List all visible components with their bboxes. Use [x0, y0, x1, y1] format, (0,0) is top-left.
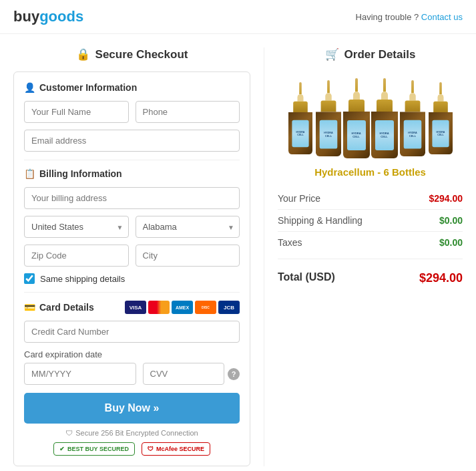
secured-badge: ✔ BEST BUY SECURED	[53, 442, 135, 456]
price-value: $294.00	[429, 193, 463, 204]
cart-icon: 🛒	[325, 47, 339, 61]
lock-icon: 🔒	[76, 47, 90, 61]
shipping-value: $0.00	[439, 215, 463, 226]
country-state-row: United States ▼ Alabama ▼	[24, 216, 240, 238]
billing-icon: 📋	[24, 168, 35, 179]
header-right: Having trouble ? Contact us	[356, 12, 463, 22]
trouble-text: Having trouble ?	[356, 12, 419, 22]
price-line: Your Price $294.00	[278, 188, 463, 210]
name-phone-row	[24, 101, 240, 123]
form-card: 👤 Customer Information 📋 Billing Informa…	[13, 71, 250, 466]
logo-goods: goods	[39, 8, 83, 25]
order-title: 🛒 Order Details	[278, 47, 463, 61]
state-wrapper: Alabama ▼	[136, 216, 240, 238]
card-section-title: 💳 Card Details	[24, 302, 94, 313]
taxes-value: $0.00	[439, 237, 463, 248]
same-shipping-label[interactable]: Same shipping details	[40, 274, 125, 284]
taxes-label: Taxes	[278, 237, 302, 248]
expiry-cvv-row: ?	[24, 363, 240, 385]
main-layout: 🔒 Secure Checkout 👤 Customer Information…	[0, 34, 476, 471]
city-input[interactable]	[136, 245, 240, 267]
left-panel: 🔒 Secure Checkout 👤 Customer Information…	[13, 47, 250, 466]
taxes-line: Taxes $0.00	[278, 232, 463, 253]
cvv-help-icon[interactable]: ?	[228, 368, 240, 380]
zip-city-row	[24, 245, 240, 267]
jcb-icon: JCB	[218, 301, 240, 314]
shield-icon: 🛡	[65, 429, 73, 437]
same-shipping-row: Same shipping details	[24, 273, 240, 284]
expiry-section: Card expiration date ?	[24, 349, 240, 385]
card-number-input[interactable]	[24, 321, 240, 343]
full-name-input[interactable]	[24, 101, 129, 123]
total-line: Total (USD) $294.00	[278, 265, 463, 292]
shipping-label: Shipping & Handling	[278, 215, 363, 226]
mastercard-icon	[148, 301, 170, 314]
secured-badge-icon: ✔	[59, 446, 65, 452]
visa-icon: VISA	[125, 301, 146, 314]
bottle-2: HYDRACELL	[316, 80, 341, 156]
address-row	[24, 187, 240, 209]
product-name: Hydracellum - 6 Bottles	[278, 166, 463, 178]
country-wrapper: United States ▼	[24, 216, 129, 238]
mcafee-badge: 🛡 McAfee SECURE	[142, 442, 210, 456]
person-icon: 👤	[24, 82, 35, 93]
same-shipping-checkbox[interactable]	[24, 273, 35, 284]
card-section-header: 💳 Card Details VISA AMEX DISC JCB	[24, 301, 240, 314]
card-icon: 💳	[24, 302, 35, 313]
cvv-wrapper: ?	[143, 363, 240, 385]
billing-section-title: 📋 Billing Information	[24, 168, 240, 179]
checkout-title: 🔒 Secure Checkout	[13, 47, 250, 61]
order-lines: Your Price $294.00 Shipping & Handling $…	[278, 188, 463, 253]
email-input[interactable]	[24, 130, 240, 152]
mcafee-badge-icon: 🛡	[148, 446, 154, 452]
amex-icon: AMEX	[172, 301, 193, 314]
bottle-1: HYDRACELL	[288, 82, 312, 154]
buy-now-button[interactable]: Buy Now »	[24, 393, 240, 424]
card-icons: VISA AMEX DISC JCB	[125, 301, 240, 314]
zip-input[interactable]	[24, 245, 129, 267]
right-panel: 🛒 Order Details HYDRACELL	[264, 47, 463, 466]
expiry-label: Card expiration date	[24, 349, 240, 359]
phone-input[interactable]	[136, 101, 240, 123]
state-select[interactable]: Alabama	[136, 216, 240, 238]
total-label: Total (USD)	[278, 271, 335, 285]
bottle-4: HYDRACELL	[371, 78, 398, 158]
card-number-row	[24, 321, 240, 343]
product-bottles: HYDRACELL HYDRACELL HYDRACELL	[278, 71, 463, 158]
total-value: $294.00	[419, 271, 463, 285]
logo: buygoods	[13, 8, 83, 25]
discover-icon: DISC	[195, 301, 216, 314]
secure-text: 🛡 Secure 256 Bit Encrypted Connection	[24, 429, 240, 437]
trust-badges: ✔ BEST BUY SECURED 🛡 McAfee SECURE	[24, 442, 240, 456]
price-label: Your Price	[278, 193, 320, 204]
cvv-input[interactable]	[143, 363, 225, 385]
customer-section-title: 👤 Customer Information	[24, 82, 240, 93]
bottle-5: HYDRACELL	[400, 80, 425, 156]
email-row	[24, 130, 240, 152]
logo-buy: buy	[13, 8, 39, 25]
shipping-line: Shipping & Handling $0.00	[278, 210, 463, 232]
bottle-6: HYDRACELL	[429, 82, 453, 154]
product-image-container: HYDRACELL HYDRACELL HYDRACELL	[278, 71, 463, 158]
country-select[interactable]: United States	[24, 216, 129, 238]
bottle-3: HYDRACELL	[343, 78, 370, 158]
expiry-input[interactable]	[24, 363, 136, 385]
address-input[interactable]	[24, 187, 240, 209]
contact-link[interactable]: Contact us	[421, 12, 463, 22]
header: buygoods Having trouble ? Contact us	[0, 0, 476, 34]
